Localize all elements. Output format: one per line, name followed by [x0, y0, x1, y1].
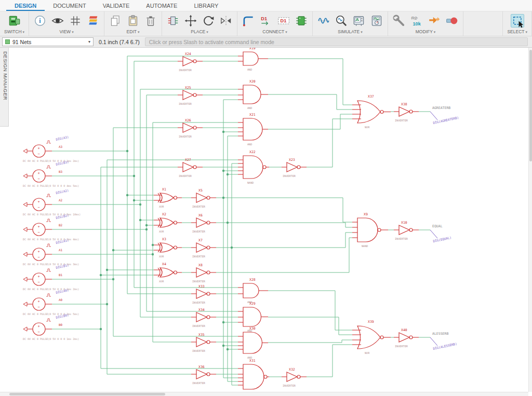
gate-X24[interactable]: X24INVERTER [178, 52, 203, 72]
sim-stop-icon[interactable] [445, 14, 459, 28]
vertical-scrollbar[interactable] [528, 48, 532, 392]
tab-validate[interactable]: VALIDATE [95, 0, 138, 11]
toolbar-place-menu[interactable]: PLACE▾ [166, 29, 233, 36]
value-icon[interactable]: R210k [410, 14, 423, 28]
nets-dropdown[interactable]: 91 Nets ▾ [2, 37, 94, 46]
gate-X6[interactable]: X6INVERTER [191, 213, 216, 233]
source-B3[interactable]: +−B3DIG(B3)DC 0V AC 0 PULSE(0 5V 0 0 0 4… [23, 160, 79, 187]
select-icon[interactable] [511, 14, 524, 28]
layers-icon[interactable] [86, 14, 100, 28]
source-B1[interactable]: +−B1DIG(B1)DC 0V AC 0 PULSE(0 5V 0 0 0 1… [23, 263, 79, 291]
schematic-switch-icon[interactable] [8, 14, 21, 28]
gate-X4[interactable]: X4XOR [154, 262, 182, 283]
gate-X20[interactable]: X20AND [238, 79, 268, 110]
multimeter-icon[interactable] [370, 14, 383, 28]
svg-text:AGREATERB: AGREATERB [432, 106, 450, 110]
svg-text:−: − [38, 206, 40, 210]
source-B2[interactable]: +−B2DIG(B2)DC 0V AC 0 PULSE(0 5V 0 0 0 2… [23, 213, 79, 241]
schematic-drawing[interactable]: +−A3DIG(A3)DC 0V AC 0 PULSE(0 5V 0 0 0 1… [0, 48, 532, 392]
info-icon[interactable]: i [33, 14, 47, 28]
output-EQUAL[interactable]: EQUALDIG(EQUAL) [430, 224, 452, 243]
source-A1[interactable]: +−A1DIG(A1)DC 0V AC 0 PULSE(0 5V 0 0 0 1… [23, 238, 79, 266]
gate-X38[interactable]: X38INVERTER [394, 102, 419, 122]
tab-design[interactable]: DESIGN [6, 0, 45, 11]
toolbar-simulate-menu[interactable]: SIMULATE▾ [317, 29, 383, 36]
output-AGREATERB[interactable]: AGREATERBDIG(AGREATERB) [430, 106, 459, 125]
gate-X37[interactable]: X37NOR [352, 94, 391, 129]
gate-X35[interactable]: X35INVERTER [191, 333, 216, 352]
gate-X23[interactable]: X23INVERTER [282, 158, 307, 177]
paste-icon[interactable] [126, 14, 140, 28]
toolbar-switch-menu[interactable]: SWITCH▾ [4, 29, 24, 36]
rotate-icon[interactable] [202, 14, 215, 28]
label-icon[interactable]: D1 [259, 14, 273, 28]
svg-text:X23: X23 [289, 158, 295, 162]
svg-text:X3: X3 [162, 237, 166, 241]
copy-icon[interactable] [109, 14, 122, 28]
toolbar-edit-menu[interactable]: EDIT▾ [109, 29, 157, 36]
gate-X28[interactable]: X28AND [238, 278, 268, 304]
place-part-icon[interactable] [166, 14, 180, 28]
oscilloscope-icon[interactable] [352, 14, 366, 28]
swap-gate-icon[interactable] [428, 14, 441, 28]
vertical-scrollbar-thumb[interactable] [529, 50, 532, 161]
design-manager-panel-tab[interactable]: DESIGN MANAGER [0, 48, 9, 127]
gate-X27[interactable]: X27INVERTER [178, 158, 203, 177]
toolbar-view-menu[interactable]: VIEW▾ [33, 29, 100, 36]
status-row: 91 Nets ▾ 0.1 inch (7.4 6.7) [0, 36, 532, 48]
waveform-icon[interactable] [317, 14, 330, 28]
eye-icon[interactable] [51, 14, 64, 28]
gate-X3[interactable]: X3XOR [154, 237, 182, 258]
svg-text:ALESSERB: ALESSERB [432, 332, 448, 336]
svg-text:INVERTER: INVERTER [283, 384, 296, 387]
gate-X39[interactable]: X39NOR [352, 320, 391, 354]
gate-X34[interactable]: X34INVERTER [191, 308, 216, 327]
tab-library[interactable]: LIBRARY [185, 0, 227, 11]
wire-junctions[interactable] [100, 131, 233, 350]
gate-X31[interactable]: X31NAND [238, 359, 269, 392]
gate-X36[interactable]: X36INVERTER [191, 365, 216, 385]
svg-text:XOR: XOR [159, 230, 164, 233]
output-ALESSERB[interactable]: ALESSERBDIG(ALESSERB) [430, 332, 457, 350]
gate-X19[interactable]: X19AND [238, 48, 268, 71]
move-icon[interactable] [184, 14, 197, 28]
svg-text:NAND: NAND [362, 244, 368, 248]
gate-X26[interactable]: X26INVERTER [178, 118, 203, 138]
wrench-icon[interactable] [392, 14, 406, 28]
ic-icon[interactable] [295, 14, 308, 28]
horizontal-scrollbar[interactable] [0, 392, 528, 396]
toolbar-connect-menu[interactable]: CONNECT▾ [242, 29, 308, 36]
source-A2[interactable]: +−A2DIG(A2)DC 0V AC 0 PULSE(0 5V 0 0 0 5… [23, 188, 81, 216]
svg-text:X32: X32 [289, 367, 295, 372]
gate-X40[interactable]: X40INVERTER [394, 328, 419, 348]
delete-icon[interactable] [144, 14, 157, 28]
tab-document[interactable]: DOCUMENT [45, 0, 95, 11]
mirror-icon[interactable] [219, 14, 233, 28]
grid-icon[interactable] [69, 14, 82, 28]
probe-icon[interactable] [335, 14, 348, 28]
source-A3[interactable]: +−A3DIG(A3)DC 0V AC 0 PULSE(0 5V 0 0 0 1… [23, 135, 79, 162]
gate-X9[interactable]: X9NAND [352, 212, 388, 248]
gate-X8[interactable]: X8INVERTER [191, 263, 216, 283]
gate-X25[interactable]: X25INVERTER [178, 86, 203, 105]
gate-X5[interactable]: X5INVERTER [191, 188, 216, 208]
horizontal-scrollbar-thumb[interactable] [9, 393, 165, 395]
name-icon[interactable]: D1 [277, 14, 290, 28]
gate-X30[interactable]: X30AND [238, 326, 268, 359]
toolbar-select-menu[interactable]: SELECT▾ [507, 29, 527, 36]
wire-icon[interactable] [242, 14, 255, 28]
toolbar-modify-menu[interactable]: MODIFY▾ [392, 29, 459, 36]
gate-X32[interactable]: X32INVERTER [282, 367, 307, 387]
source-B0[interactable]: +−B0DIG(B0)DC 0V AC 0 PULSE(0 5V 0 0 0 1… [23, 313, 79, 340]
gate-X10[interactable]: X10INVERTER [394, 221, 419, 240]
gate-X7[interactable]: X7INVERTER [191, 238, 216, 258]
gate-X1[interactable]: X1XOR [154, 187, 182, 208]
gate-X21[interactable]: X21AND [238, 113, 268, 146]
command-line-input[interactable] [145, 37, 528, 46]
gate-X22[interactable]: X22NAND [238, 150, 269, 184]
source-A0[interactable]: +−A0DIG(A0)DC 0V AC 0 PULSE(0 5V 0 0 0 2… [23, 288, 79, 316]
svg-text:NOR: NOR [365, 351, 370, 354]
tab-automate[interactable]: AUTOMATE [138, 0, 185, 11]
gate-X2[interactable]: X2XOR [154, 212, 182, 233]
toolbar-group-edit: EDIT▾ [104, 11, 162, 36]
